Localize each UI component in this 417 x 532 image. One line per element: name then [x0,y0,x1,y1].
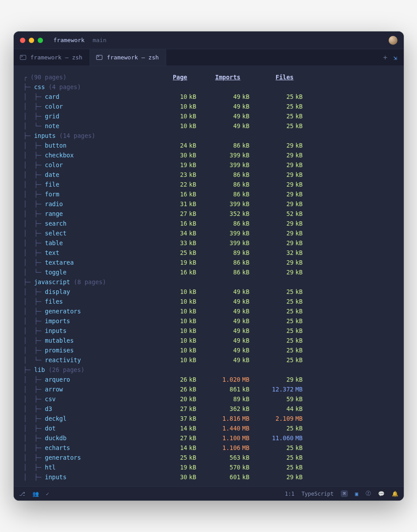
terminal-output[interactable]: ┌ (90 pages)PageImportsFiles├─ css (4 pa… [14,66,404,486]
chat-icon[interactable]: 💬 [378,491,385,497]
cursor-position[interactable]: 1:1 [285,491,295,497]
tab-2[interactable]: framework — zsh [90,49,166,66]
tree-row: │ ├─ files10kB49kB25kB [23,297,394,306]
tab-label: framework — zsh [31,54,82,61]
tree-row: │ ├─ color10kB49kB25kB [23,102,394,111]
collapse-icon[interactable]: ⇲ [394,54,397,61]
tree-row: │ ├─ duckdb27kB1.100MB11.060MB [23,433,394,443]
tree-row: │ ├─ d327kB362kB44kB [23,404,394,414]
tree-row: │ ├─ deckgl37kB1.816MB2.109MB [23,414,394,423]
new-tab-button[interactable]: + [383,53,387,62]
tree-row: │ ├─ promises10kB49kB25kB [23,345,394,355]
tree-row: │ ├─ radio31kB399kB29kB [23,199,394,209]
tree-row: │ ├─ form16kB86kB29kB [23,189,394,199]
tree-row: │ ├─ generators10kB49kB25kB [23,306,394,316]
terminal-window: framework main framework — zsh framework… [14,31,404,501]
tree-row: │ ├─ card10kB49kB25kB [23,92,394,102]
tabstrip: framework — zsh framework — zsh + ⇲ [14,49,404,66]
statusbar: ⎇ 👥 ✓ 1:1 TypeScript ⌘ ▣ ⓩ 💬 🔔 [14,486,404,501]
tree-row: │ ├─ arrow26kB861kB12.372MB [23,384,394,394]
tree-row: │ ├─ textarea19kB86kB29kB [23,258,394,267]
minimize-button[interactable] [29,38,34,43]
tree-row: │ ├─ range27kB352kB52kB [23,209,394,219]
tree-row: │ ├─ date23kB86kB29kB [23,170,394,180]
titlebar: framework main [14,31,404,49]
copilot-icon[interactable]: ⌘ [341,490,348,497]
bell-icon[interactable]: 🔔 [392,491,398,497]
tree-row: │ ├─ inputs30kB601kB29kB [23,472,394,482]
tree-row: │ ├─ display10kB49kB25kB [23,287,394,297]
tree-row: │ ├─ arquero26kB1.020MB29kB [23,375,394,384]
branch-label: main [93,37,106,43]
tree-row: │ └─ toggle16kB86kB29kB [23,267,394,277]
tree-row: │ └─ note10kB49kB25kB [23,121,394,131]
tab-actions: + ⇲ [377,49,403,66]
tree-row: │ ├─ button24kB86kB29kB [23,141,394,150]
terminal-icon [96,55,102,60]
tree-row: │ ├─ file22kB86kB29kB [23,180,394,189]
tree-row: │ ├─ grid10kB49kB25kB [23,111,394,121]
tree-row: │ ├─ generators25kB563kB25kB [23,453,394,462]
tab-label: framework — zsh [107,54,159,61]
traffic-lights [20,38,43,43]
tree-row: │ ├─ select34kB399kB29kB [23,228,394,238]
tree-row: │ ├─ search16kB86kB29kB [23,219,394,228]
people-icon[interactable]: 👥 [32,491,39,497]
tree-row: │ ├─ htl19kB570kB25kB [23,462,394,472]
tree-row: │ ├─ inputs10kB49kB25kB [23,326,394,336]
tree-row: │ ├─ table33kB399kB29kB [23,238,394,248]
window-title: framework [54,37,85,43]
terminal-icon [20,55,26,60]
tree-row: │ ├─ checkbox30kB399kB29kB [23,150,394,160]
check-icon[interactable]: ✓ [46,491,49,497]
close-button[interactable] [20,38,25,43]
tree-row: │ ├─ csv20kB89kB59kB [23,394,394,404]
terminal-status-icon[interactable]: ▣ [355,491,358,497]
branch-icon[interactable]: ⎇ [19,491,25,497]
maximize-button[interactable] [38,38,43,43]
tab-1[interactable]: framework — zsh [14,49,90,66]
tree-row: │ ├─ imports10kB49kB25kB [23,316,394,326]
tree-row: │ └─ reactivity10kB49kB25kB [23,355,394,365]
tree-row: │ ├─ text25kB89kB32kB [23,248,394,258]
tree-row: │ ├─ mutables10kB49kB25kB [23,336,394,345]
avatar[interactable] [389,36,398,45]
tree-row: │ ├─ color19kB399kB29kB [23,160,394,170]
tree-row: │ ├─ dot14kB1.440MB25kB [23,423,394,433]
language-mode[interactable]: TypeScript [301,491,333,497]
zed-icon[interactable]: ⓩ [366,490,371,497]
tree-row: │ ├─ echarts14kB1.106MB25kB [23,443,394,453]
